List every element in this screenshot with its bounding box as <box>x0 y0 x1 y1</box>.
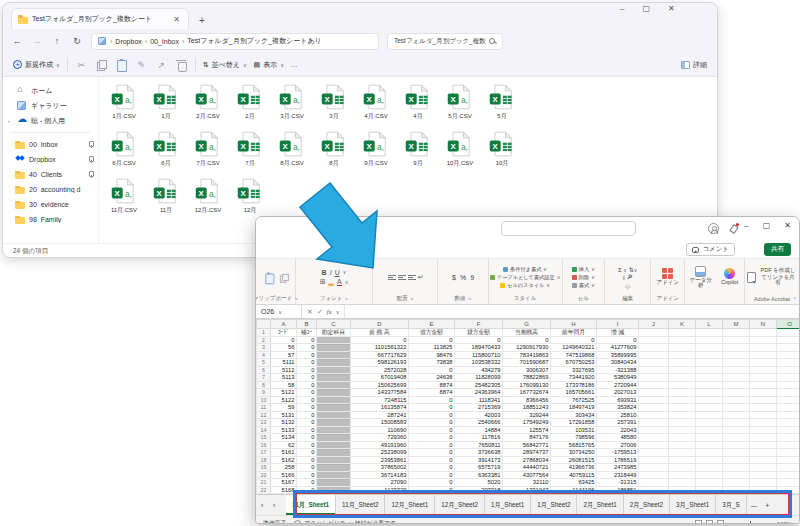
cell[interactable] <box>669 336 696 344</box>
format-cells-button[interactable]: 書式∨ <box>572 282 595 289</box>
copilot-button[interactable]: Copilot <box>718 268 742 286</box>
cell[interactable] <box>669 464 696 472</box>
cell[interactable] <box>696 329 723 337</box>
cell[interactable]: 48580 <box>597 434 639 442</box>
cell[interactable]: 5111 <box>271 359 297 367</box>
file-item[interactable]: X a, 3月 <box>313 81 355 128</box>
cell[interactable] <box>639 411 669 419</box>
column-header[interactable]: J <box>639 320 669 329</box>
cell[interactable] <box>696 434 723 442</box>
cell[interactable]: 0 <box>297 351 317 359</box>
cell[interactable] <box>639 464 669 472</box>
cell[interactable]: 0 <box>297 456 317 464</box>
cell[interactable] <box>777 404 800 412</box>
cell[interactable] <box>777 441 800 449</box>
cell[interactable]: 329244 <box>503 411 551 419</box>
cell[interactable] <box>750 351 777 359</box>
cell[interactable]: 0 <box>271 336 297 344</box>
cell[interactable] <box>696 351 723 359</box>
cell[interactable]: 1249640321 <box>551 344 597 352</box>
row-number[interactable]: 9 <box>257 389 271 397</box>
cell[interactable] <box>639 449 669 457</box>
normal-view-icon[interactable] <box>695 520 702 524</box>
pdf-share-button[interactable]: PDF を作成し てリンクを共有 <box>759 268 797 286</box>
cell[interactable] <box>777 351 800 359</box>
file-item[interactable]: X a, 5月 <box>481 81 523 128</box>
row-number[interactable]: 21 <box>257 479 271 487</box>
cell[interactable] <box>750 381 777 389</box>
cell[interactable]: 補ｺｰ <box>297 329 317 337</box>
cell[interactable] <box>750 426 777 434</box>
cell[interactable]: 36714183 <box>351 471 409 479</box>
cell[interactable]: 2473985 <box>597 464 639 472</box>
cell[interactable] <box>696 479 723 487</box>
align-center-icon[interactable] <box>398 274 406 281</box>
name-box[interactable]: O26 ∨ <box>256 305 302 318</box>
cell[interactable]: 0 <box>409 486 455 494</box>
cell[interactable]: 113825 <box>409 344 455 352</box>
cell[interactable]: 63425 <box>551 479 597 487</box>
cell[interactable]: 693931 <box>597 396 639 404</box>
cell[interactable] <box>696 426 723 434</box>
cell[interactable] <box>317 471 351 479</box>
zoom-slider[interactable] <box>736 523 766 524</box>
row-number[interactable]: 13 <box>257 419 271 427</box>
cell[interactable]: 勘定科目 <box>317 329 351 337</box>
cell[interactable] <box>669 329 696 337</box>
cell[interactable] <box>669 389 696 397</box>
cell[interactable]: 5167 <box>271 479 297 487</box>
cell[interactable]: 353824 <box>597 404 639 412</box>
file-item[interactable]: X a, 4月 <box>397 81 439 128</box>
cell[interactable]: 78822869 <box>503 374 551 382</box>
cell[interactable]: 41277609 <box>597 344 639 352</box>
comma-format-icon[interactable]: 9 <box>470 274 474 281</box>
cell[interactable] <box>750 411 777 419</box>
cell[interactable] <box>696 359 723 367</box>
cell[interactable]: 434279 <box>455 366 503 374</box>
cell[interactable] <box>723 366 750 374</box>
cell[interactable] <box>669 359 696 367</box>
conditional-formatting-button[interactable]: 条件付き書式∨ <box>503 266 547 273</box>
cell[interactable] <box>777 464 800 472</box>
cell[interactable] <box>317 374 351 382</box>
cell[interactable] <box>750 336 777 344</box>
cell[interactable]: 186851 <box>597 486 639 494</box>
cell[interactable] <box>639 404 669 412</box>
cell[interactable] <box>696 344 723 352</box>
cell[interactable] <box>696 419 723 427</box>
sheet-tab[interactable]: 11月_Sheet2 <box>336 495 385 515</box>
sheet-tab[interactable]: 1月_Sheet1 <box>485 495 531 515</box>
cell[interactable] <box>696 441 723 449</box>
cell[interactable]: 165705661 <box>551 389 597 397</box>
cancel-icon[interactable]: ✕ <box>307 308 313 316</box>
file-item[interactable]: X a, 5月.CSV <box>439 81 481 128</box>
cell[interactable]: 0 <box>297 486 317 494</box>
delete-cells-button[interactable]: 削除∨ <box>572 274 595 281</box>
cell[interactable] <box>750 359 777 367</box>
cell[interactable]: 2715369 <box>455 404 503 412</box>
cell[interactable]: 5113 <box>271 374 297 382</box>
breadcrumb[interactable]: › Dropbox › 00_Inbox › Testフォルダ_月別ブック_複数… <box>91 33 379 50</box>
cell[interactable]: 3914173 <box>455 456 503 464</box>
dialog-launcher-icon[interactable]: ↘ <box>344 296 348 301</box>
cell[interactable] <box>696 486 723 494</box>
delete-icon[interactable] <box>175 58 188 71</box>
cell[interactable]: 18851243 <box>503 404 551 412</box>
cell[interactable]: 5020 <box>455 479 503 487</box>
sidebar-item[interactable]: ギャラリー <box>3 98 98 113</box>
sheet-tab[interactable]: 12月_Sheet1 <box>385 495 435 515</box>
paste-icon[interactable] <box>262 271 274 283</box>
view-button[interactable]: ▤ 表示 ∨ <box>254 60 284 70</box>
cell[interactable]: 5132 <box>271 419 297 427</box>
comments-button[interactable]: コメント <box>686 243 735 256</box>
row-number[interactable]: 22 <box>257 486 271 494</box>
cell[interactable] <box>639 389 669 397</box>
cell[interactable]: 5134 <box>271 434 297 442</box>
sheet-tab[interactable]: 3月_Sheet1 <box>670 495 716 515</box>
cell[interactable] <box>669 441 696 449</box>
file-item[interactable]: X a, 2月 <box>229 81 271 128</box>
cell[interactable] <box>317 441 351 449</box>
details-toggle[interactable]: 詳細 <box>681 60 707 70</box>
cell[interactable] <box>669 374 696 382</box>
column-header[interactable]: H <box>551 320 597 329</box>
